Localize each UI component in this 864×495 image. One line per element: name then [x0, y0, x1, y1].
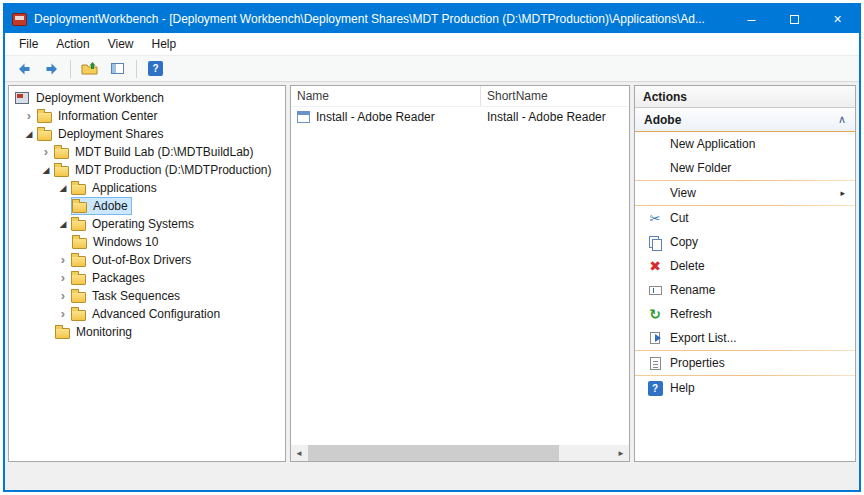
- tree-item-label: Out-of-Box Drivers: [89, 252, 194, 268]
- up-one-level-button[interactable]: [77, 57, 102, 80]
- action-label: Help: [670, 381, 847, 395]
- actions-group-header-adobe[interactable]: Adobe ∧: [635, 108, 855, 132]
- copy-icon: [647, 234, 663, 250]
- refresh-icon: ↻: [647, 306, 663, 322]
- selected-tree-item: Adobe: [72, 198, 131, 214]
- action-cut[interactable]: ✂ Cut: [635, 206, 855, 230]
- tree-item-label: Deployment Shares: [55, 126, 166, 142]
- help-icon: ?: [148, 61, 163, 76]
- help-button[interactable]: ?: [143, 57, 168, 80]
- tree-item-deployment-shares[interactable]: ◢ Deployment Shares: [9, 125, 285, 143]
- action-properties[interactable]: Properties: [635, 351, 855, 375]
- minimize-button[interactable]: –: [730, 5, 773, 33]
- action-label: Cut: [670, 211, 847, 225]
- tree-item-operating-systems[interactable]: ◢ Operating Systems: [9, 215, 285, 233]
- menu-help[interactable]: Help: [143, 33, 186, 55]
- scrollbar-thumb[interactable]: [308, 445, 559, 461]
- cut-icon: ✂: [647, 210, 663, 226]
- horizontal-scrollbar[interactable]: ◄ ►: [291, 445, 629, 461]
- tree-item-packages[interactable]: › Packages: [9, 269, 285, 287]
- collapse-chevron-icon[interactable]: ◢: [55, 179, 71, 197]
- actions-group-label: Adobe: [644, 113, 838, 127]
- blank-icon: [647, 160, 663, 176]
- forward-button[interactable]: [39, 57, 64, 80]
- action-refresh[interactable]: ↻ Refresh: [635, 302, 855, 326]
- expand-chevron-icon[interactable]: ›: [38, 143, 54, 161]
- tree-item-advanced-configuration[interactable]: › Advanced Configuration: [9, 305, 285, 323]
- folder-icon: [54, 164, 72, 177]
- list-cell-shortname: Install - Adobe Reader: [481, 110, 629, 124]
- tree-item-deployment-workbench[interactable]: Deployment Workbench: [9, 89, 285, 107]
- folder-icon: [55, 326, 73, 339]
- action-help[interactable]: ? Help: [635, 376, 855, 400]
- collapse-chevron-icon[interactable]: ◢: [38, 161, 54, 179]
- list-row-install-adobe-reader[interactable]: Install - Adobe Reader Install - Adobe R…: [291, 107, 629, 126]
- tree-item-applications[interactable]: ◢ Applications: [9, 179, 285, 197]
- action-export-list[interactable]: Export List...: [635, 326, 855, 350]
- folder-icon: [54, 146, 72, 159]
- actions-pane: Actions Adobe ∧ New Application New Fold…: [634, 85, 856, 462]
- tree-item-mdt-build-lab[interactable]: › MDT Build Lab (D:\MDTBuildLab): [9, 143, 285, 161]
- folder-icon: [71, 308, 89, 321]
- scrollbar-track[interactable]: [307, 445, 613, 461]
- menu-action[interactable]: Action: [47, 33, 98, 55]
- action-label: New Application: [670, 137, 847, 151]
- expand-chevron-icon[interactable]: ›: [55, 251, 71, 269]
- action-label: View: [670, 186, 833, 200]
- console-tree-pane: Deployment Workbench › Information Cente…: [8, 85, 286, 462]
- tree-item-monitoring[interactable]: Monitoring: [9, 323, 285, 341]
- action-new-application[interactable]: New Application: [635, 132, 855, 156]
- tree-item-label: Advanced Configuration: [89, 306, 223, 322]
- tree-item-task-sequences[interactable]: › Task Sequences: [9, 287, 285, 305]
- expand-chevron-icon[interactable]: ›: [21, 107, 37, 125]
- scroll-right-button[interactable]: ►: [613, 445, 629, 461]
- tree-item-label: Packages: [89, 270, 148, 286]
- rename-icon: [647, 282, 663, 298]
- list-column-headers: Name ShortName: [291, 86, 629, 107]
- expand-chevron-icon[interactable]: ›: [55, 305, 71, 323]
- show-hide-pane-icon: [111, 63, 124, 74]
- show-hide-pane-button[interactable]: [105, 57, 130, 80]
- collapse-group-icon[interactable]: ∧: [838, 113, 846, 126]
- expand-chevron-icon[interactable]: ›: [55, 287, 71, 305]
- action-label: New Folder: [670, 161, 847, 175]
- scroll-left-button[interactable]: ◄: [291, 445, 307, 461]
- folder-icon: [71, 218, 89, 231]
- submenu-arrow-icon: ▸: [840, 188, 847, 198]
- action-new-folder[interactable]: New Folder: [635, 156, 855, 180]
- action-rename[interactable]: Rename: [635, 278, 855, 302]
- expand-chevron-icon[interactable]: ›: [55, 269, 71, 287]
- properties-icon: [647, 355, 663, 371]
- folder-icon: [72, 200, 90, 213]
- tree-item-label: MDT Production (D:\MDTProduction): [72, 162, 275, 178]
- column-header-shortname[interactable]: ShortName: [481, 86, 629, 106]
- action-label: Refresh: [670, 307, 847, 321]
- help-icon: ?: [647, 380, 663, 396]
- column-header-name[interactable]: Name: [291, 86, 481, 106]
- collapse-chevron-icon[interactable]: ◢: [55, 215, 71, 233]
- action-view[interactable]: View ▸: [635, 181, 855, 205]
- list-cell-name: Install - Adobe Reader: [291, 110, 481, 124]
- window-title: DeploymentWorkbench - [Deployment Workbe…: [34, 12, 723, 26]
- tree-item-label: Deployment Workbench: [33, 90, 167, 106]
- action-copy[interactable]: Copy: [635, 230, 855, 254]
- tree-item-windows-10[interactable]: Windows 10: [9, 233, 285, 251]
- title-bar: DeploymentWorkbench - [Deployment Workbe…: [5, 5, 859, 33]
- back-button[interactable]: [11, 57, 36, 80]
- folder-icon: [71, 290, 89, 303]
- tree-item-information-center[interactable]: › Information Center: [9, 107, 285, 125]
- folder-icon: [71, 182, 89, 195]
- tree-item-adobe-selected[interactable]: Adobe: [9, 197, 285, 215]
- app-icon: [12, 13, 27, 26]
- close-button[interactable]: ×: [816, 5, 859, 33]
- menu-bar: File Action View Help: [5, 33, 859, 55]
- tree-item-mdt-production[interactable]: ◢ MDT Production (D:\MDTProduction): [9, 161, 285, 179]
- toolbar: ?: [5, 55, 859, 82]
- menu-view[interactable]: View: [99, 33, 143, 55]
- menu-file[interactable]: File: [10, 33, 47, 55]
- collapse-chevron-icon[interactable]: ◢: [21, 125, 37, 143]
- action-delete[interactable]: ✖ Delete: [635, 254, 855, 278]
- tree-item-out-of-box-drivers[interactable]: › Out-of-Box Drivers: [9, 251, 285, 269]
- toolbar-separator: [70, 60, 71, 78]
- maximize-button[interactable]: [773, 5, 816, 33]
